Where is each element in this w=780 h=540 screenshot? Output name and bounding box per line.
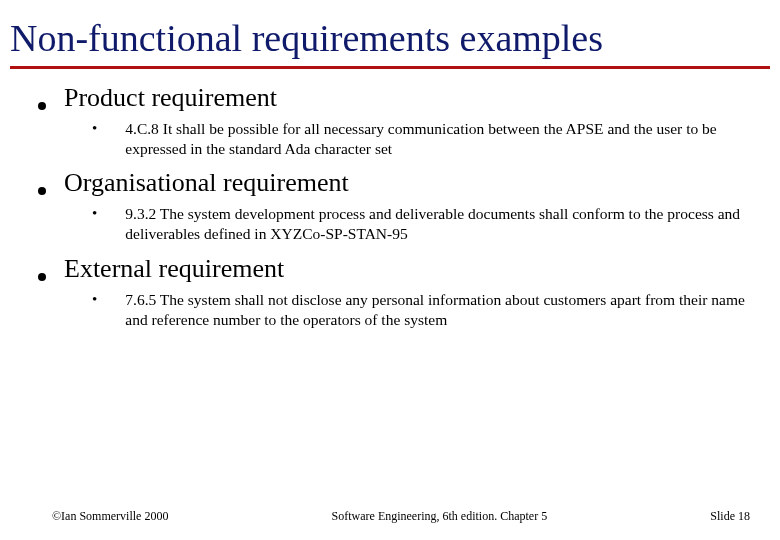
list-item: Organisational requirement • 9.3.2 The s… <box>38 168 770 244</box>
footer-copyright: ©Ian Sommerville 2000 <box>52 509 168 524</box>
list-item: Product requirement • 4.C.8 It shall be … <box>38 83 770 159</box>
footer-center: Software Engineering, 6th edition. Chapt… <box>168 509 710 524</box>
main-list: Product requirement • 4.C.8 It shall be … <box>10 83 770 330</box>
sub-item-text: 9.3.2 The system development process and… <box>125 204 770 244</box>
slide: Non-functional requirements examples Pro… <box>0 0 780 540</box>
item-head: Organisational requirement <box>38 168 770 198</box>
item-heading: Product requirement <box>64 83 277 113</box>
sub-item-text: 7.6.5 The system shall not disclose any … <box>125 290 770 330</box>
item-heading: Organisational requirement <box>64 168 349 198</box>
bullet-icon <box>38 273 46 281</box>
sub-list: • 9.3.2 The system development process a… <box>38 204 770 244</box>
sub-item: • 9.3.2 The system development process a… <box>92 204 770 244</box>
bullet-icon <box>38 187 46 195</box>
footer-slide-number: Slide 18 <box>710 509 750 524</box>
item-head: Product requirement <box>38 83 770 113</box>
item-head: External requirement <box>38 254 770 284</box>
sub-bullet-icon: • <box>92 119 97 139</box>
list-item: External requirement • 7.6.5 The system … <box>38 254 770 330</box>
sub-list: • 7.6.5 The system shall not disclose an… <box>38 290 770 330</box>
item-heading: External requirement <box>64 254 284 284</box>
sub-bullet-icon: • <box>92 204 97 224</box>
sub-item: • 4.C.8 It shall be possible for all nec… <box>92 119 770 159</box>
sub-item-text: 4.C.8 It shall be possible for all neces… <box>125 119 770 159</box>
sub-bullet-icon: • <box>92 290 97 310</box>
slide-title: Non-functional requirements examples <box>10 18 770 69</box>
bullet-icon <box>38 102 46 110</box>
sub-list: • 4.C.8 It shall be possible for all nec… <box>38 119 770 159</box>
footer: ©Ian Sommerville 2000 Software Engineeri… <box>0 509 780 524</box>
sub-item: • 7.6.5 The system shall not disclose an… <box>92 290 770 330</box>
